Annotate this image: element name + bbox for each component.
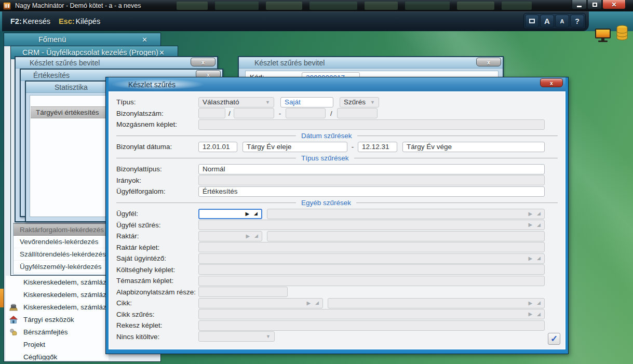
row-tipus: Típus: Választható ▼ Saját Szűrés ▼	[116, 97, 558, 107]
fomenu-titlebar[interactable]: Főmenü ✕	[4, 33, 160, 46]
database-icon[interactable]	[615, 25, 629, 43]
list-item[interactable]: Bérszámfejtés	[6, 326, 109, 338]
section-egyeb-szuresek: Egyéb szűrések	[116, 198, 558, 207]
icon-slot	[8, 352, 19, 360]
bizonylatszam-field-4[interactable]	[337, 108, 378, 118]
list-item[interactable]: Ügyfélszemély-lekérdezés	[14, 261, 108, 273]
bizonylattipus-field[interactable]: Normál	[198, 164, 545, 174]
combo-open-icon: ▶	[528, 256, 532, 261]
close-icon[interactable]: x	[191, 58, 216, 66]
payroll-icon	[8, 327, 19, 336]
dialog-titlebar[interactable]: Készlet szűrés	[109, 77, 565, 91]
raktar-keplet-field[interactable]	[198, 242, 545, 252]
font-small-button[interactable]: A	[555, 15, 569, 28]
window-box-button[interactable]	[525, 15, 539, 28]
koltseghely-keplet-field[interactable]	[198, 264, 545, 275]
close-button[interactable]: ✕	[602, 0, 626, 9]
tipus-text-field[interactable]: Saját	[280, 97, 333, 107]
ugyfel-combo-2[interactable]: ▶◢	[267, 209, 545, 219]
tipus-select-1[interactable]: Választható ▼	[198, 97, 274, 107]
list-item[interactable]: Tárgyi eszközök	[6, 313, 109, 326]
datum-from-date[interactable]: 12.01.01	[198, 142, 237, 152]
list-item[interactable]: Cégfüggők	[6, 350, 109, 360]
bizonylatszam-field-1[interactable]	[198, 108, 225, 118]
icon-slot	[8, 340, 19, 349]
close-icon[interactable]: x	[476, 58, 501, 66]
list-item[interactable]: Szállítórendelés-lekérdezés	[14, 248, 108, 261]
combo-corner-icon: ◢	[254, 211, 258, 216]
app-icon[interactable]	[3, 2, 11, 10]
close-icon[interactable]: x	[540, 78, 563, 87]
menu-item-kilepes[interactable]: Esc: Kilépés	[59, 17, 100, 25]
help-button[interactable]: ?	[570, 15, 584, 28]
datum-from-text[interactable]: Tárgy Év eleje	[243, 142, 347, 152]
raktar-field-2[interactable]	[267, 231, 545, 241]
cikk-combo[interactable]: ▶◢	[198, 298, 323, 308]
combo-open-icon: ▶	[528, 211, 532, 217]
tipus-select-2[interactable]: Szűrés ▼	[340, 97, 379, 107]
row-bizonylatszam: Bizonylatszám: / - /	[116, 108, 558, 118]
statisztika-title: Statisztika	[55, 83, 88, 91]
row-bizonylattipus: Bizonylattípus: Normál	[116, 164, 558, 174]
check-icon: ✓	[550, 333, 558, 344]
nincs-kitoltve-select[interactable]: ▼	[198, 331, 275, 342]
ugyfel-szures-field[interactable]: ▶◢	[198, 220, 545, 230]
maximize-button[interactable]	[587, 0, 602, 9]
font-small-icon: A	[560, 18, 564, 24]
list-item[interactable]: Kiskereskedelem, számlázás	[6, 301, 109, 313]
list-item[interactable]: Kiskereskedelem, számlázás	[6, 288, 109, 301]
menu-item-kereses[interactable]: F2: Keresés	[10, 17, 50, 25]
combo-corner-icon: ◢	[537, 312, 541, 317]
font-large-button[interactable]: A	[540, 15, 554, 28]
app-titlebar[interactable]: Nagy Machinátor - Demó kötet - a - a nev…	[0, 0, 633, 11]
keszlet-right-titlebar[interactable]: Készlet szűrés bevitel	[239, 57, 503, 69]
close-icon[interactable]: ✕	[159, 49, 165, 57]
list-item[interactable]: Kiskereskedelem, számlázás	[6, 276, 109, 288]
cikk-szures-field[interactable]: ▶◢	[198, 309, 545, 319]
rekesz-keplet-field[interactable]	[198, 320, 545, 331]
combo-corner-icon: ◢	[537, 211, 541, 216]
temaszam-keplet-field[interactable]	[198, 276, 545, 286]
monitor-icon[interactable]	[595, 28, 611, 43]
screen: Főmenü ✕ Kiskereskedelem, számlázás Kisk…	[0, 0, 633, 364]
datum-to-text[interactable]: Tárgy Év vége	[402, 142, 545, 152]
cikk-combo-2[interactable]: ▶◢	[328, 298, 545, 308]
font-large-icon: A	[544, 17, 550, 25]
row-ugyfel: Ügyfél: ▶◢ ▶◢	[116, 209, 558, 219]
confirm-button[interactable]: ✓	[548, 333, 560, 345]
iranyok-field[interactable]	[198, 175, 545, 185]
cash-register-icon	[8, 302, 19, 312]
list-item[interactable]: Projekt	[6, 338, 109, 350]
app-title: Nagy Machinátor - Demó kötet - a - a nev…	[15, 2, 141, 9]
list-item-selected[interactable]: Raktárforgalom-lekérdezés	[14, 223, 108, 236]
combo-open-icon: ▶	[528, 312, 532, 317]
row-bizonylat-datuma: Bizonylat dátuma: 12.01.01 Tárgy Év elej…	[116, 142, 558, 152]
row-cikk: Cikk: ▶◢ ▶◢	[116, 298, 558, 308]
fomenu-title: Főmenü	[38, 35, 66, 44]
combo-corner-icon: ◢	[254, 234, 258, 238]
ugyfelforgalom-field[interactable]: Értékesítés	[198, 186, 545, 197]
maximize-icon	[592, 3, 597, 7]
combo-open-icon: ▶	[528, 301, 532, 306]
keszlet-left-titlebar[interactable]: Készlet szűrés bevitel	[16, 57, 217, 69]
keszlet-left-title: Készlet szűrés bevitel	[30, 59, 100, 67]
close-icon[interactable]: ✕	[142, 36, 147, 44]
combo-open-icon: ▶	[245, 211, 249, 217]
minimize-button[interactable]	[572, 0, 587, 9]
raktar-combo[interactable]: ▶◢	[198, 231, 262, 241]
section-datum-szuresek: Dátum szűrések	[116, 131, 558, 140]
app-menubar: F2: Keresés Esc: Kilépés A A ?	[0, 11, 633, 31]
datum-to-date[interactable]: 12.12.31	[358, 142, 397, 152]
close-icon: ✕	[611, 1, 616, 8]
combo-corner-icon: ◢	[537, 256, 541, 261]
icon-slot	[8, 277, 19, 287]
mozgasnem-keplet-field[interactable]	[198, 119, 545, 130]
bizonylatszam-field-2[interactable]	[234, 108, 274, 118]
list-item[interactable]: Vevőrendelés-lekérdezés	[14, 236, 108, 248]
combo-open-icon: ▶	[246, 234, 250, 239]
window-controls: ✕	[571, 0, 626, 9]
sajat-ugyintezo-field[interactable]: ▶◢	[198, 253, 545, 264]
ugyfel-combo[interactable]: ▶◢	[198, 209, 262, 219]
alapbizonylatszam-field[interactable]	[198, 287, 288, 297]
bizonylatszam-field-3[interactable]	[286, 108, 326, 118]
